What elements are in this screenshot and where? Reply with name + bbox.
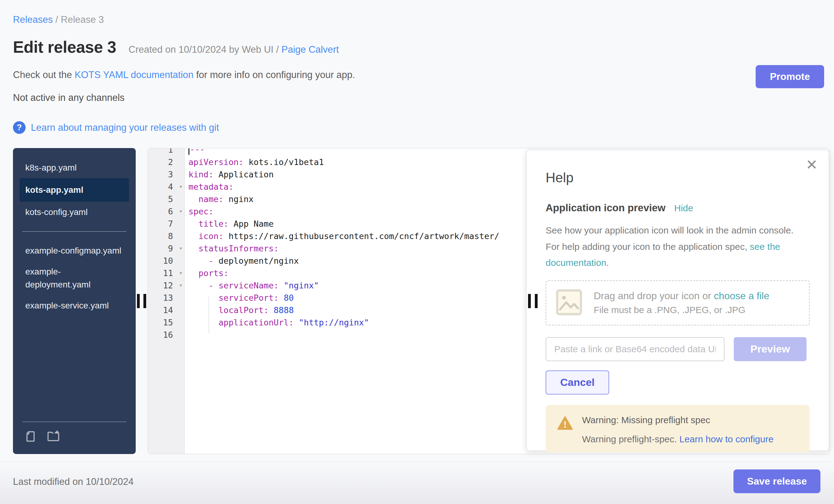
code-text: spec:	[185, 207, 214, 216]
line-number: 11▾	[148, 268, 185, 278]
file-item-example-service.yaml[interactable]: example-service.yaml	[20, 295, 129, 316]
code-text: ports:	[185, 268, 228, 278]
last-modified-text: Last modified on 10/10/2024	[13, 476, 134, 487]
code-text: icon: https://raw.githubusercontent.com/…	[185, 231, 499, 241]
line-number: 1	[148, 148, 185, 155]
preview-button[interactable]: Preview	[734, 337, 807, 361]
promote-button[interactable]: Promote	[756, 65, 824, 88]
code-text: - deployment/nginx	[185, 256, 299, 266]
line-number: 15	[148, 318, 185, 327]
created-by-link[interactable]: Paige Calvert	[282, 44, 339, 55]
code-text: statusInformers:	[185, 244, 279, 253]
preflight-warning: Warning: Missing preflight spec Warning …	[546, 405, 810, 453]
right-splitter-handle[interactable]	[528, 294, 537, 308]
line-number: 14	[148, 305, 185, 315]
file-tree-list: k8s-app.yamlkots-app.yamlkots-config.yam…	[20, 157, 129, 316]
breadcrumb-current: Release 3	[61, 14, 104, 25]
file-tree-divider	[22, 231, 127, 232]
help-description-period: .	[607, 258, 609, 268]
line-number: 6▾	[148, 207, 185, 216]
add-file-icon[interactable]	[23, 429, 38, 445]
line-number: 12▾	[148, 281, 185, 290]
help-title: Help	[546, 170, 810, 185]
created-text: Created on 10/10/2024 by Web UI /	[129, 44, 282, 55]
file-item-kots-app.yaml[interactable]: kots-app.yaml	[20, 178, 129, 202]
line-number: 9▾	[148, 244, 185, 253]
file-item-example-configmap.yaml[interactable]: example-configmap.yaml	[20, 240, 129, 261]
icon-dropzone[interactable]: Drag and drop your icon or choose a file…	[546, 280, 810, 325]
line-number: 2	[148, 157, 185, 167]
code-text: metadata:	[185, 182, 234, 192]
help-description: See how your application icon will look …	[546, 222, 810, 271]
page-title: Edit release 3	[13, 38, 116, 57]
fold-arrow-icon[interactable]: ▾	[179, 207, 182, 214]
breadcrumb-separator: /	[53, 14, 61, 25]
line-number: 4▾	[148, 182, 185, 192]
warning-title: Warning: Missing preflight spec	[582, 415, 773, 425]
file-item-k8s-app.yaml[interactable]: k8s-app.yaml	[20, 157, 129, 178]
learn-configure-link[interactable]: Learn how to configure	[679, 434, 773, 444]
question-circle-icon[interactable]: ?	[13, 121, 26, 134]
breadcrumb-link-releases[interactable]: Releases	[13, 14, 53, 25]
add-folder-icon[interactable]	[46, 429, 61, 445]
indent-guide	[208, 297, 209, 333]
file-tree-footer	[20, 422, 129, 446]
code-text: applicationUrl: "http://nginx"	[185, 318, 369, 327]
code-text: localPort: 8888	[185, 305, 294, 315]
icon-url-input[interactable]	[546, 337, 725, 361]
title-row: Edit release 3 Created on 10/10/2024 by …	[0, 38, 834, 57]
icon-preview-title: Application icon preview	[546, 202, 665, 214]
fold-arrow-icon[interactable]: ▾	[179, 269, 182, 276]
line-number: 13	[148, 293, 185, 303]
warning-text: Warning preflight-spec.	[582, 434, 679, 444]
file-item-example-deployment.yaml[interactable]: example-deployment.yaml	[20, 261, 129, 295]
hide-link[interactable]: Hide	[674, 203, 693, 214]
line-number: 16	[148, 330, 185, 339]
code-text: servicePort: 80	[185, 293, 294, 303]
footer: Last modified on 10/10/2024 Save release	[0, 462, 834, 504]
text-cursor	[189, 148, 190, 155]
docs-row: Check out the KOTS YAML documentation fo…	[0, 69, 834, 81]
cancel-button[interactable]: Cancel	[546, 370, 609, 395]
splitter-bar	[535, 294, 537, 308]
file-tree-footer-divider	[22, 422, 127, 422]
fold-arrow-icon[interactable]: ▾	[179, 245, 182, 251]
fold-arrow-icon[interactable]: ▾	[179, 183, 182, 190]
git-help-row: ? Learn about managing your releases wit…	[0, 121, 834, 134]
splitter-bar	[137, 294, 140, 308]
git-releases-link[interactable]: Learn about managing your releases with …	[31, 122, 219, 133]
breadcrumb: Releases / Release 3	[0, 0, 834, 25]
help-panel: ✕ Help Application icon preview Hide See…	[526, 150, 829, 451]
line-number: 8	[148, 231, 185, 241]
code-text: title: App Name	[185, 219, 273, 228]
code-text: name: nginx	[185, 194, 254, 204]
line-number: 3	[148, 170, 185, 179]
close-icon[interactable]: ✕	[806, 158, 818, 172]
channel-status: Not active in any channels	[0, 92, 834, 103]
code-text: apiVersion: kots.io/v1beta1	[185, 157, 324, 167]
code-text: kind: Application	[185, 170, 273, 179]
splitter-bar	[144, 294, 146, 308]
main-split: k8s-app.yamlkots-app.yamlkots-config.yam…	[0, 148, 834, 454]
splitter-bar	[528, 294, 531, 308]
kots-yaml-docs-link[interactable]: KOTS YAML documentation	[75, 69, 193, 80]
created-info: Created on 10/10/2024 by Web UI / Paige …	[129, 44, 339, 55]
fold-arrow-icon[interactable]: ▾	[179, 282, 182, 288]
code-text: - serviceName: "nginx"	[185, 281, 319, 290]
line-number: 5	[148, 194, 185, 204]
docs-text-prefix: Check out the	[13, 69, 75, 80]
dropzone-filetypes: File must be a .PNG, .JPEG, or .JPG	[594, 305, 769, 315]
line-number: 7	[148, 219, 185, 228]
left-splitter-handle[interactable]	[136, 148, 148, 454]
warning-triangle-icon	[557, 415, 573, 444]
code-text: ---	[185, 148, 205, 155]
docs-text-suffix: for more info on configuring your app.	[193, 69, 355, 80]
line-number: 10	[148, 256, 185, 266]
file-tree: k8s-app.yamlkots-app.yamlkots-config.yam…	[13, 148, 136, 454]
dropzone-text: Drag and drop your icon or	[594, 290, 714, 301]
file-item-kots-config.yaml[interactable]: kots-config.yaml	[20, 202, 129, 223]
choose-file-link[interactable]: choose a file	[714, 290, 770, 301]
image-placeholder-icon	[555, 289, 583, 317]
save-release-button[interactable]: Save release	[733, 469, 820, 493]
